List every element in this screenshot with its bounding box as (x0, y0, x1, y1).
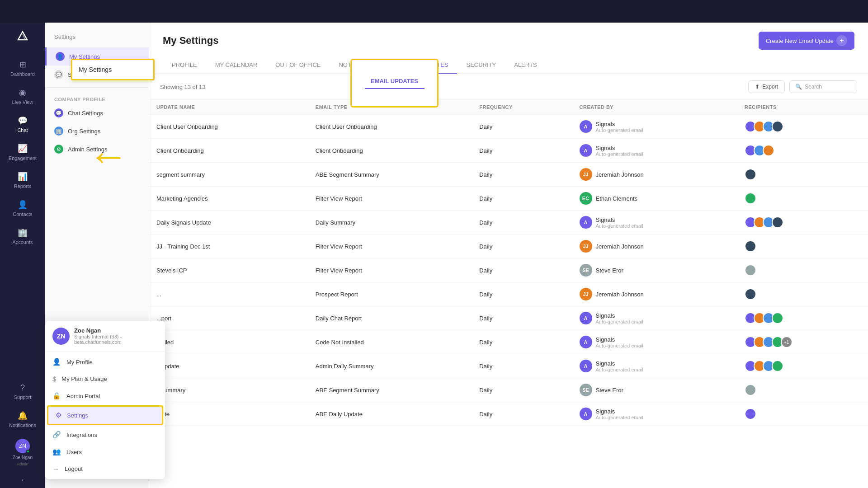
table-row[interactable]: ...summaryABE Segment SummaryDailySEStev… (149, 378, 868, 402)
settings-item-org-settings[interactable]: 🏢 Org Settings (45, 122, 149, 140)
chat-icon: 💬 (18, 116, 28, 126)
toolbar-right: ⬆ Export 🔍 Search (748, 80, 857, 93)
table-row[interactable]: ...Prospect ReportDailyJJJeremiah Johnso… (149, 282, 868, 306)
create-email-update-button[interactable]: Create New Email Update + (759, 32, 854, 50)
update-name-cell: Client Onboarding (149, 139, 308, 163)
table-row[interactable]: ...portDaily Chat ReportDailyΛSignalsAut… (149, 306, 868, 330)
creator-avatar: SE (580, 264, 592, 277)
recipient-avatar (772, 360, 783, 372)
frequency-cell: Daily (472, 211, 572, 235)
frequency-cell: Daily (472, 378, 572, 402)
sidebar-item-label: Notifications (9, 422, 36, 428)
table-row[interactable]: Client User OnboardingClient User Onboar… (149, 115, 868, 139)
sidebar-item-reports[interactable]: 📊 Reports (0, 166, 45, 194)
tab-out-of-office[interactable]: OUT OF OFFICE (266, 57, 330, 74)
recipient-avatar (745, 192, 756, 204)
frequency-cell: Daily (472, 282, 572, 306)
nav-bottom: ? Support 🔔 Notifications ZN Zoe Ngan Ad… (0, 378, 45, 488)
sidebar-item-notifications[interactable]: 🔔 Notifications (0, 405, 45, 433)
sidebar-divider (45, 87, 149, 88)
user-menu-item-admin-portal[interactable]: 🔒 Admin Portal (45, 387, 165, 404)
export-button[interactable]: ⬆ Export (748, 80, 785, 93)
created-by-cell: SESteve Eror (572, 378, 737, 402)
email-type-cell: Prospect Report (308, 282, 472, 306)
nav-user-button[interactable]: ZN Zoe Ngan Admin (9, 433, 36, 472)
frequency-cell: Daily (472, 330, 572, 354)
sidebar-item-engagement[interactable]: 📈 Engagement (0, 138, 45, 166)
settings-item-admin-settings[interactable]: ⚙ Admin Settings (45, 140, 149, 158)
creator-avatar: JJ (580, 288, 592, 300)
table-row[interactable]: ...ateABE Daily UpdateDailyΛSignalsAuto-… (149, 402, 868, 426)
main-content: My Settings Create New Email Update + PR… (149, 23, 868, 488)
table-row[interactable]: segment summaryABE Segment SummaryDailyJ… (149, 163, 868, 187)
tab-email-updates[interactable]: EMAIL UPDATES (393, 57, 458, 74)
recipient-avatar (745, 288, 756, 300)
sidebar-item-label: Chat (17, 127, 28, 133)
settings-item-saved-replies[interactable]: 💬 Saved Replies (45, 66, 149, 84)
search-box[interactable]: 🔍 Search (789, 80, 857, 93)
frequency-cell: Daily (472, 354, 572, 378)
user-menu-item-my-profile[interactable]: 👤 My Profile (45, 353, 165, 371)
content-header: My Settings Create New Email Update + PR… (149, 23, 868, 74)
sidebar-item-label: Contacts (13, 211, 32, 217)
table-row[interactable]: ...updateAdmin Daily SummaryDailyΛSignal… (149, 354, 868, 378)
sidebar-item-chat[interactable]: 💬 Chat (0, 110, 45, 138)
update-name-cell: ...update (149, 354, 308, 378)
recipients-cell: +1 (737, 330, 868, 354)
sidebar-item-accounts[interactable]: 🏢 Accounts (0, 222, 45, 250)
sidebar-item-label: Engagement (9, 155, 37, 161)
update-name-cell: ...port (149, 306, 308, 330)
table-row[interactable]: Client OnboardingClient OnboardingDailyΛ… (149, 139, 868, 163)
avatar: ZN (15, 439, 30, 453)
user-menu-item-integrations[interactable]: 🔗 Integrations (45, 426, 165, 443)
table-row[interactable]: ...alledCode Not InstalledDailyΛSignalsA… (149, 330, 868, 354)
creator-avatar: Λ (580, 120, 592, 133)
recipients-more: +1 (781, 336, 793, 348)
update-name-cell: ...summary (149, 378, 308, 402)
frequency-cell: Daily (472, 163, 572, 187)
user-menu-item-plan-usage[interactable]: $ My Plan & Usage (45, 371, 165, 387)
table-row[interactable]: JJ - Training Dec 1stFilter View ReportD… (149, 235, 868, 258)
user-menu-item-users[interactable]: 👥 Users (45, 443, 165, 460)
table-row[interactable]: Daily Signals UpdateDaily SummaryDailyΛS… (149, 211, 868, 235)
user-menu-item-logout[interactable]: → Logout (45, 460, 165, 477)
tab-notifications[interactable]: NOTIFICATIONS (330, 57, 392, 74)
sidebar-collapse-button[interactable]: ‹ (0, 472, 45, 488)
creator-sub: Auto-generated email (596, 319, 643, 324)
sidebar-item-support[interactable]: ? Support (0, 378, 45, 405)
create-btn-label: Create New Email Update (766, 38, 834, 44)
engagement-icon: 📈 (18, 144, 28, 154)
settings-item-chat-settings[interactable]: 💬 Chat Settings (45, 104, 149, 122)
liveview-icon: ◉ (19, 88, 26, 98)
recipient-avatar (745, 169, 756, 180)
col-created-by: CREATED BY (572, 100, 737, 115)
update-name-cell: Daily Signals Update (149, 211, 308, 235)
table-row[interactable]: Marketing AgenciesFilter View ReportDail… (149, 187, 868, 211)
sidebar-item-liveview[interactable]: ◉ Live View (0, 82, 45, 110)
recipients-cell (737, 163, 868, 187)
profile-icon: 👤 (52, 358, 61, 366)
app-logo[interactable] (14, 27, 32, 45)
col-email-type: EMAIL TYPE (308, 100, 472, 115)
email-type-cell: Filter View Report (308, 258, 472, 282)
user-menu-item-settings[interactable]: ⚙ Settings (47, 405, 163, 425)
tab-security[interactable]: SECURITY (457, 57, 505, 74)
table-toolbar: Showing 13 of 13 ⬆ Export 🔍 Search (149, 74, 868, 100)
users-icon: 👥 (52, 448, 61, 456)
table-row[interactable]: Steve's ICPFilter View ReportDailySEStev… (149, 258, 868, 282)
frequency-cell: Daily (472, 258, 572, 282)
tab-my-calendar[interactable]: MY CALENDAR (206, 57, 267, 74)
tab-alerts[interactable]: ALERTS (505, 57, 546, 74)
sidebar-item-contacts[interactable]: 👤 Contacts (0, 194, 45, 222)
settings-item-my-settings[interactable]: 👤 My Settings (45, 47, 149, 66)
email-type-cell: Client Onboarding (308, 139, 472, 163)
tab-profile[interactable]: PROFILE (163, 57, 206, 74)
sidebar-item-label: Accounts (12, 239, 33, 245)
export-icon: ⬆ (755, 84, 760, 90)
frequency-cell: Daily (472, 306, 572, 330)
recipients-cell (737, 258, 868, 282)
sidebar-item-dashboard[interactable]: ⊞ Dashboard (0, 54, 45, 82)
creator-sub: Auto-generated email (596, 223, 643, 229)
creator-name: Signals (596, 216, 643, 223)
creator-avatar: Λ (580, 144, 592, 157)
